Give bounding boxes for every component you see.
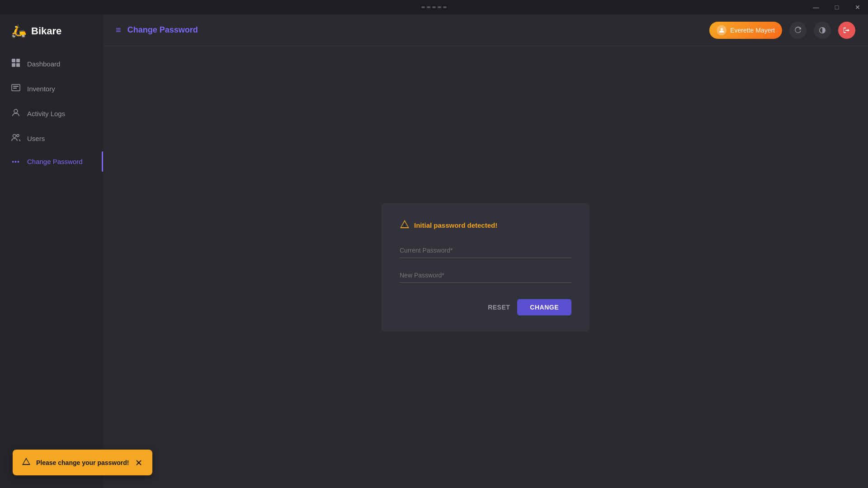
logo-icon: 🛵 — [11, 23, 27, 38]
logout-button[interactable] — [838, 22, 855, 39]
change-password-card: Initial password detected! RESET CHANGE — [382, 203, 590, 332]
content-area: ≡ Change Password Everette Mayert — [103, 14, 868, 488]
current-password-input[interactable] — [400, 243, 571, 258]
refresh-button[interactable] — [789, 22, 807, 39]
header-title: Change Password — [127, 25, 198, 35]
titlebar-center — [421, 6, 447, 8]
svg-rect-14 — [26, 463, 27, 464]
svg-point-7 — [14, 109, 18, 113]
dashboard-icon — [11, 58, 21, 70]
new-password-input[interactable] — [400, 268, 571, 283]
svg-rect-2 — [12, 63, 15, 67]
close-button[interactable]: ✕ — [847, 0, 868, 14]
sidebar-item-dashboard[interactable]: Dashboard — [0, 52, 103, 76]
new-password-field — [400, 268, 571, 283]
toast-warning-icon — [22, 457, 31, 468]
sidebar-item-users[interactable]: Users — [0, 127, 103, 150]
svg-rect-0 — [12, 59, 15, 62]
svg-point-10 — [721, 28, 723, 30]
user-badge[interactable]: Everette Mayert — [709, 22, 782, 39]
sidebar-item-inventory[interactable]: Inventory — [0, 77, 103, 101]
svg-rect-12 — [404, 226, 405, 227]
sidebar-item-inventory-label: Inventory — [27, 85, 55, 93]
theme-toggle-button[interactable] — [814, 22, 831, 39]
users-icon — [11, 133, 21, 144]
menu-icon[interactable]: ≡ — [116, 25, 121, 35]
activity-logs-icon — [11, 108, 21, 119]
sidebar-item-users-label: Users — [27, 135, 45, 142]
svg-rect-11 — [404, 224, 405, 226]
sidebar-item-dashboard-label: Dashboard — [27, 60, 60, 68]
svg-point-8 — [13, 135, 16, 138]
svg-rect-1 — [16, 59, 20, 62]
alert-warning-icon — [400, 219, 410, 231]
titlebar: — □ ✕ — [0, 0, 868, 14]
sidebar-item-change-password-label: Change Password — [27, 158, 83, 165]
maximize-button[interactable]: □ — [826, 0, 847, 14]
page-content: Initial password detected! RESET CHANGE — [103, 46, 868, 488]
svg-rect-6 — [13, 88, 17, 89]
header: ≡ Change Password Everette Mayert — [103, 14, 868, 46]
sidebar-item-change-password[interactable]: ••• Change Password — [0, 151, 103, 172]
reset-button[interactable]: RESET — [488, 304, 510, 311]
toast-text: Please change your password! — [36, 459, 129, 466]
sidebar-item-activity-logs[interactable]: Activity Logs — [0, 102, 103, 126]
change-button[interactable]: CHANGE — [517, 299, 571, 315]
card-actions: RESET CHANGE — [400, 299, 571, 315]
current-password-field — [400, 243, 571, 258]
toast-notification: Please change your password! — [13, 450, 152, 475]
header-right: Everette Mayert — [709, 22, 855, 39]
inventory-icon — [11, 83, 21, 94]
user-name: Everette Mayert — [730, 27, 775, 34]
header-left: ≡ Change Password — [116, 25, 198, 35]
user-avatar — [717, 25, 726, 35]
logo-text: Bikare — [31, 25, 61, 37]
toast-close-button[interactable] — [134, 458, 143, 467]
svg-point-9 — [17, 135, 19, 137]
sidebar-nav: Dashboard Inventory — [0, 52, 103, 172]
alert-banner: Initial password detected! — [400, 219, 571, 231]
minimize-button[interactable]: — — [806, 0, 826, 14]
alert-text: Initial password detected! — [414, 221, 497, 229]
change-password-icon: ••• — [11, 158, 21, 165]
sidebar-item-activity-logs-label: Activity Logs — [27, 110, 65, 117]
svg-rect-5 — [13, 86, 19, 87]
svg-rect-13 — [26, 461, 27, 463]
svg-rect-3 — [16, 63, 20, 67]
sidebar-logo: 🛵 Bikare — [0, 23, 103, 52]
main-layout: 🛵 Bikare Dashboard — [0, 14, 868, 488]
sidebar: 🛵 Bikare Dashboard — [0, 14, 103, 488]
